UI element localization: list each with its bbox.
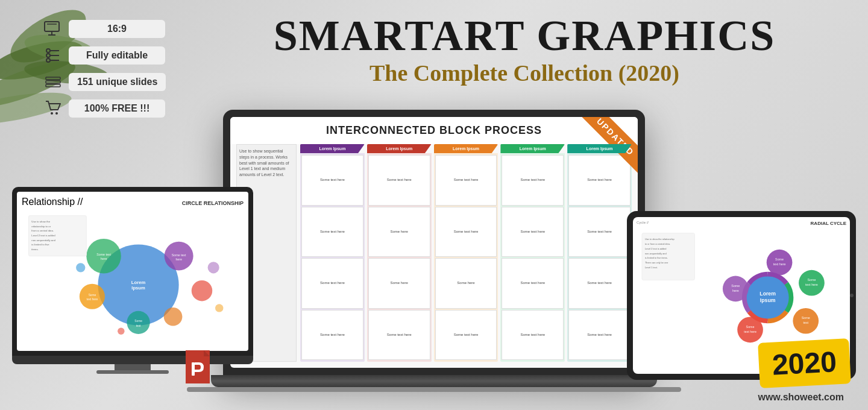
circle-slide-category: Relationship // [22,197,83,207]
circle-relationship-slide: Relationship // CIRCLE RELATIONSHIP [17,192,248,351]
col4-cell3: Some text here [502,258,564,309]
block-col-2: Lorem Ipsum Some text here Some here Som… [367,144,432,362]
svg-text:Level 1 text.: Level 1 text. [645,266,658,269]
svg-text:here: here [175,257,182,261]
svg-text:Some: Some [731,284,740,288]
svg-text:Some: Some [89,294,96,297]
col3-cell1: Some text here [435,155,497,206]
year-badge-2020: 2020 [758,338,851,388]
col5-cell3: Some text here [568,258,631,309]
svg-text:here: here [732,289,739,292]
svg-point-20 [55,112,58,115]
radial-title: RADIAL CYCLE [811,221,846,226]
block-col-3: Lorem Ipsum Some text here Some text her… [434,144,498,362]
svg-point-11 [46,54,50,57]
svg-rect-17 [46,81,60,83]
svg-text:Lorem: Lorem [760,291,776,297]
col1-header: Lorem Ipsum [300,144,365,153]
svg-text:Some: Some [775,257,784,261]
col1-cell1: Some text here [301,155,363,206]
svg-rect-76 [192,362,195,376]
col5-cell2: Some text here [568,207,631,257]
circle-slide-title: CIRCLE RELATIONSHIP [182,200,244,206]
svg-text:non-sequentially and: non-sequentially and [31,239,55,242]
svg-text:Ipsum: Ipsum [131,285,145,291]
svg-text:text: text [136,324,141,327]
edit-icon [42,45,64,66]
slides-badge: 151 unique slides [69,73,166,91]
svg-text:text: text [803,321,808,324]
laptop: UPDATED INTERCONNECTED BLOCK PROCESS Use… [223,110,645,392]
website-url: www.showeet.com [758,392,844,403]
svg-rect-18 [46,84,60,87]
powerpoint-icon [181,350,217,398]
badge-ratio: 16:9 [42,18,166,40]
svg-point-10 [46,49,50,52]
svg-rect-16 [46,77,60,80]
col2-cell2: Some here [368,207,430,257]
block-col-4: Lorem Ipsum Some text here Some text her… [500,144,565,362]
col4-header: Lorem Ipsum [500,144,565,153]
col3-cell3: Some here [435,258,497,309]
svg-text:There can only be one: There can only be one [645,261,668,264]
svg-point-31 [215,304,223,312]
svg-point-28 [76,263,85,272]
col3-header: Lorem Ipsum [434,144,498,153]
svg-text:Some: Some [134,320,142,323]
col4-cell2: Some text here [502,207,564,257]
laptop-base [211,375,657,387]
badge-editable: Fully editable [42,45,166,66]
monitor-base [12,356,253,364]
svg-text:text here: text here [87,298,98,301]
svg-rect-6 [45,22,59,31]
col2-cell1: Some text here [368,155,430,206]
main-title: SmartArt Graphics [211,12,838,60]
block-col-1: Lorem Ipsum Some text here Some text her… [300,144,365,362]
badge-free: 100% FREE !!! [42,98,166,119]
svg-text:Some text: Some text [172,253,186,257]
editable-badge: Fully editable [69,46,165,65]
col3-cells: Some text here Some text here Some here … [434,153,498,362]
free-badge: 100% FREE !!! [69,99,165,118]
svg-text:text here: text here [805,283,818,286]
col2-cell3: Some here [368,258,430,309]
col5-cell4: Some text here [568,310,631,361]
info-badges: 16:9 Fully editable 151 unique slides [42,18,166,119]
svg-point-27 [164,308,183,326]
svg-text:to or from a central idea.: to or from a central idea. [645,242,670,245]
col4-cell4: Some text here [502,310,564,361]
svg-text:is limited to five: is limited to five [31,243,49,246]
svg-text:non-sequentially and: non-sequentially and [645,252,667,255]
ratio-badge: 16:9 [69,20,165,38]
svg-text:Some text: Some text [96,253,111,256]
svg-point-12 [46,58,50,62]
col1-cell2: Some text here [301,207,363,257]
laptop-screen-inner: UPDATED INTERCONNECTED BLOCK PROCESS Use… [230,117,638,368]
col2-cells: Some text here Some here Some here Some … [367,153,432,362]
svg-text:Level 2 text is added: Level 2 text is added [31,234,55,237]
svg-text:here: here [101,257,107,260]
svg-text:items.: items. [31,248,38,251]
svg-point-30 [118,327,124,334]
col2-header: Lorem Ipsum [367,144,432,153]
col2-cell4: Some text here [368,310,430,361]
col1-cell4: Some text here [301,310,363,361]
col3-cell2: Some text here [435,207,497,257]
svg-text:Use to show the: Use to show the [31,220,50,223]
svg-point-19 [51,112,53,115]
svg-point-29 [208,262,219,273]
svg-text:is limited to five items.: is limited to five items. [645,256,668,259]
laptop-foot [187,387,681,392]
badge-slides: 151 unique slides [42,71,166,93]
header-area: SmartArt Graphics The Complete Collectio… [211,12,838,87]
col3-cell4: Some text here [435,310,497,361]
svg-text:Lorem: Lorem [131,280,146,285]
cart-icon [42,98,64,119]
left-monitor-inner: Relationship // CIRCLE RELATIONSHIP [17,192,248,351]
col4-cells: Some text here Some text here Some text … [500,153,565,362]
laptop-screen-outer: UPDATED INTERCONNECTED BLOCK PROCESS Use… [223,110,645,375]
sub-title: The Complete Collection (2020) [211,60,838,87]
radial-slide-header: Cycle // RADIAL CYCLE [637,221,846,226]
circle-slide-header: Relationship // CIRCLE RELATIONSHIP [22,197,244,207]
svg-point-23 [192,280,212,301]
